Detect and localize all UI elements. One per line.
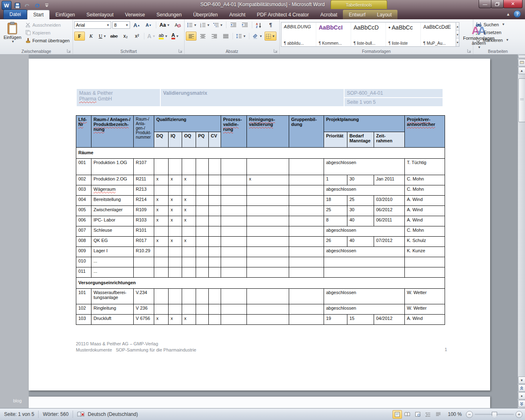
cell-gruppenbildung[interactable] <box>289 226 324 237</box>
cell-prozessvalidierung[interactable] <box>221 315 247 325</box>
multilevel-list-button[interactable]: ▼ <box>212 21 224 30</box>
cell-projektplanung-status[interactable]: abgeschlossen <box>324 226 405 237</box>
cell-reinigungsvalidierung[interactable] <box>247 267 289 278</box>
cell-qualifizierung-mark[interactable] <box>154 159 169 175</box>
cell-nummer[interactable]: R213 <box>134 185 154 196</box>
decrease-indent-button[interactable] <box>228 21 239 30</box>
cell-qualifizierung-mark[interactable] <box>182 159 196 175</box>
bold-button[interactable]: F <box>74 32 85 41</box>
cell-bedarf-manntage[interactable]: 30 <box>347 175 374 185</box>
italic-button[interactable]: K <box>86 32 96 41</box>
cell-qualifizierung-mark[interactable] <box>209 226 221 237</box>
col-header-oq[interactable]: OQ <box>182 132 196 148</box>
cell-bezeichnung[interactable]: ... <box>91 257 134 267</box>
cell-prioritaet[interactable]: 8 <box>324 216 347 226</box>
cell-qualifizierung-mark[interactable] <box>196 257 209 267</box>
cell-projektverantwortlicher[interactable] <box>405 257 445 267</box>
zoom-in-button[interactable]: + <box>516 411 523 418</box>
cell-qualifizierung-mark[interactable] <box>209 196 221 206</box>
show-marks-button[interactable]: ¶ <box>265 21 276 30</box>
zoom-level-label[interactable]: 100 % <box>448 411 462 417</box>
cell-lfd-nr[interactable]: 005 <box>76 206 91 216</box>
col-header-reinigungsvalidierung[interactable]: Reinigungs- validierung <box>247 116 289 148</box>
cell-qualifizierung-mark[interactable]: x <box>182 175 196 185</box>
cell-projektplanung-status[interactable] <box>324 267 405 278</box>
tab-ansicht[interactable]: Ansicht <box>224 10 251 19</box>
col-header-prozessvalidierung[interactable]: Prozess- validie- rung <box>221 116 247 148</box>
cell-qualifizierung-mark[interactable] <box>182 226 196 237</box>
cell-bezeichnung[interactable]: Bereitstellung <box>91 196 134 206</box>
cell-zeitrahmen[interactable]: 07/2012 <box>374 237 405 247</box>
section-row-label[interactable]: Räume <box>76 148 445 159</box>
cell-qualifizierung-mark[interactable] <box>154 247 169 257</box>
tab-einfuegen[interactable]: Einfügen <box>50 10 80 19</box>
cell-bezeichnung[interactable]: IPC- Labor <box>91 216 134 226</box>
cell-reinigungsvalidierung[interactable] <box>247 206 289 216</box>
style-item-kommentar[interactable]: AaBbCcI ¶ Kommen... <box>316 23 351 46</box>
cell-nummer[interactable]: R214 <box>134 196 154 206</box>
style-item-mup[interactable]: AaBbCcDdE ¶ MuP_Au... <box>421 23 456 46</box>
cell-qualifizierung-mark[interactable] <box>182 257 196 267</box>
cell-projektverantwortlicher[interactable]: A. Wind <box>405 206 445 216</box>
section-row-label[interactable]: Versorgungseinrichtungen <box>76 278 445 289</box>
cell-qualifizierung-mark[interactable] <box>154 185 169 196</box>
cell-prozessvalidierung[interactable] <box>221 289 247 304</box>
fullscreen-reading-view-button[interactable] <box>403 410 412 419</box>
scroll-up-button[interactable]: ▲ <box>518 67 525 74</box>
doc-id-cell[interactable]: SOP-600_A4-01 <box>345 89 443 97</box>
font-color-button[interactable]: A▼ <box>170 32 180 41</box>
col-header-gruppenbildung[interactable]: Gruppenbil- dung <box>289 116 324 148</box>
cell-qualifizierung-mark[interactable] <box>196 216 209 226</box>
cell-lfd-nr[interactable]: 007 <box>76 226 91 237</box>
scroll-down-button[interactable]: ▼ <box>518 377 525 384</box>
cell-nummer[interactable]: V 6756 <box>134 315 154 325</box>
cell-nummer[interactable]: V.234 <box>134 289 154 304</box>
cell-projektplanung-status[interactable]: abgeschlossen <box>324 289 405 304</box>
cell-bezeichnung[interactable]: QK EG <box>91 237 134 247</box>
shrink-font-button[interactable]: A▼ <box>143 21 154 30</box>
tab-datei[interactable]: Datei <box>3 9 27 19</box>
col-header-cv[interactable]: CV <box>209 132 221 148</box>
cell-prozessvalidierung[interactable] <box>221 175 247 185</box>
subscript-button[interactable]: x₂ <box>120 32 131 41</box>
superscript-button[interactable]: x² <box>132 32 142 41</box>
cell-projektplanung-status[interactable]: abgeschlossen <box>324 185 405 196</box>
cell-qualifizierung-mark[interactable] <box>154 257 169 267</box>
outline-view-button[interactable] <box>423 410 433 419</box>
cell-zeitrahmen[interactable]: Jan 2011 <box>374 175 405 185</box>
cell-bezeichnung[interactable]: Zwischenlager <box>91 206 134 216</box>
cell-qualifizierung-mark[interactable] <box>169 304 182 315</box>
cell-qualifizierung-mark[interactable] <box>169 185 182 196</box>
cell-qualifizierung-mark[interactable]: x <box>182 237 196 247</box>
paragraph-dialog-launcher[interactable] <box>274 49 278 53</box>
cell-qualifizierung-mark[interactable] <box>196 237 209 247</box>
cell-projektverantwortlicher[interactable]: K. Kunze <box>405 247 445 257</box>
cell-gruppenbildung[interactable] <box>289 237 324 247</box>
cell-qualifizierung-mark[interactable]: x <box>182 196 196 206</box>
cell-prozessvalidierung[interactable] <box>221 247 247 257</box>
cell-qualifizierung-mark[interactable]: x <box>154 237 169 247</box>
cell-prioritaet[interactable]: 19 <box>324 315 347 325</box>
cell-bezeichnung[interactable]: Ringleitung <box>91 304 134 315</box>
cell-reinigungsvalidierung[interactable]: x <box>247 175 289 185</box>
cell-qualifizierung-mark[interactable]: x <box>154 196 169 206</box>
cell-gruppenbildung[interactable] <box>289 159 324 175</box>
col-header-prio[interactable]: Priorität <box>324 132 347 148</box>
cell-nummer[interactable]: R107 <box>134 159 154 175</box>
cell-reinigungsvalidierung[interactable] <box>247 226 289 237</box>
help-icon[interactable]: ? <box>514 10 521 18</box>
tab-entwurf[interactable]: Entwurf <box>343 10 371 19</box>
strikethrough-button[interactable]: abe <box>109 32 119 41</box>
cell-prozessvalidierung[interactable] <box>221 257 247 267</box>
cell-lfd-nr[interactable]: 103 <box>76 315 91 325</box>
font-dialog-launcher[interactable] <box>178 49 183 53</box>
cut-button[interactable]: Ausschneiden <box>24 21 71 28</box>
cell-qualifizierung-mark[interactable]: x <box>169 206 182 216</box>
cell-qualifizierung-mark[interactable] <box>209 175 221 185</box>
gallery-more-icon[interactable]: ▼ <box>456 39 459 46</box>
cell-prozessvalidierung[interactable] <box>221 196 247 206</box>
cell-qualifizierung-mark[interactable] <box>169 159 182 175</box>
tab-verweise[interactable]: Verweise <box>119 10 151 19</box>
cell-qualifizierung-mark[interactable]: x <box>169 175 182 185</box>
cell-prozessvalidierung[interactable] <box>221 304 247 315</box>
